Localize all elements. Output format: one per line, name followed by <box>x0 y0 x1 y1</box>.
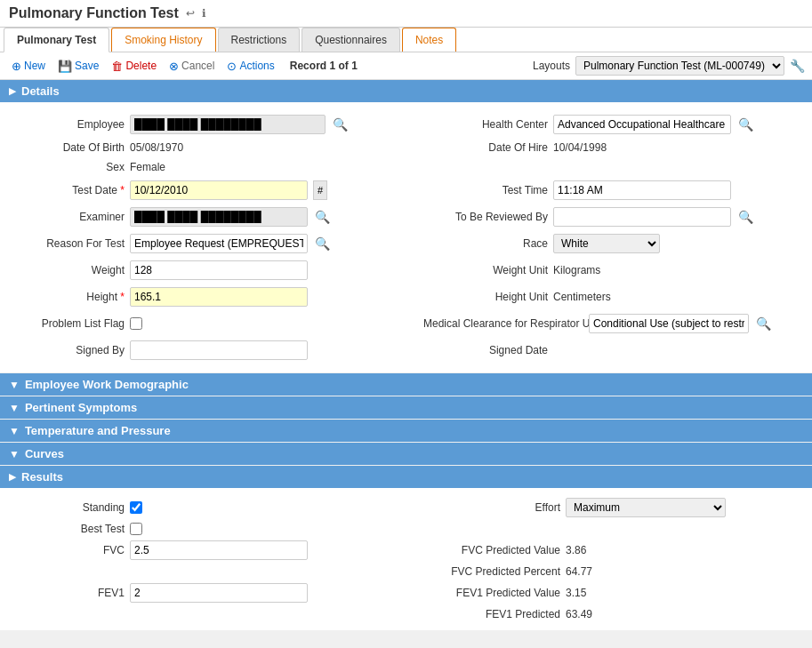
tab-smoking[interactable]: Smoking History <box>111 28 215 52</box>
demographics-chevron-icon: ▼ <box>9 379 20 391</box>
health-center-input[interactable] <box>553 115 731 134</box>
weight-input[interactable] <box>130 260 308 280</box>
actions-button[interactable]: ⊙ Actions <box>222 58 278 75</box>
signed-by-label: Signed By <box>9 344 125 356</box>
test-time-right: Test Time <box>423 180 803 200</box>
symptoms-title: Pertinent Symptoms <box>25 401 137 414</box>
temperature-chevron-icon: ▼ <box>9 425 20 437</box>
calendar-icon[interactable]: # <box>313 180 327 200</box>
fev1-label: FEV1 <box>9 587 125 599</box>
fvc-input[interactable] <box>130 540 308 560</box>
examiner-input[interactable] <box>130 207 308 227</box>
employee-input[interactable] <box>130 115 326 134</box>
toolbar: ⊕ New 💾 Save 🗑 Delete ⊗ Cancel ⊙ Actions… <box>0 52 812 80</box>
test-date-left: Test Date # <box>9 180 418 200</box>
signed-row: Signed By Signed Date <box>0 337 812 364</box>
height-input[interactable] <box>130 287 308 307</box>
page-title: Pulmonary Function Test <box>9 5 179 21</box>
reviewed-right: To Be Reviewed By 🔍 <box>423 207 803 227</box>
tab-restrictions[interactable]: Restrictions <box>218 28 301 52</box>
standing-row: Standing Effort Maximum <box>0 495 812 520</box>
tabs-bar: Pulmonary Test Smoking History Restricti… <box>0 28 812 52</box>
actions-icon: ⊙ <box>227 60 237 73</box>
height-unit-label: Height Unit <box>423 291 548 303</box>
signed-by-input[interactable] <box>130 340 308 360</box>
height-left: Height <box>9 287 418 307</box>
sex-row: Sex Female <box>0 157 812 177</box>
reviewed-search-icon[interactable]: 🔍 <box>736 210 755 224</box>
medical-clearance-input[interactable] <box>589 314 749 333</box>
demographics-section[interactable]: ▼ Employee Work Demographic <box>0 373 812 396</box>
reason-input[interactable] <box>130 234 308 253</box>
curves-chevron-icon: ▼ <box>9 448 20 460</box>
health-center-search-icon[interactable]: 🔍 <box>736 117 755 132</box>
dob-label: Date Of Birth <box>9 141 125 154</box>
employee-row: Employee 🔍 Health Center 🔍 <box>0 111 812 138</box>
symptoms-section[interactable]: ▼ Pertinent Symptoms <box>0 396 812 419</box>
examiner-search-icon[interactable]: 🔍 <box>313 210 332 224</box>
weight-unit-label: Weight Unit <box>423 264 548 276</box>
layouts-dropdown[interactable]: Pulmonary Function Test (ML-000749) <box>575 56 784 76</box>
test-date-input[interactable] <box>130 180 308 200</box>
problem-flag-label: Problem List Flag <box>9 317 125 330</box>
signed-date-right: Signed Date <box>423 344 803 356</box>
cancel-button[interactable]: ⊗ Cancel <box>165 58 219 75</box>
test-date-label: Test Date <box>9 184 125 196</box>
hire-value: 10/04/1998 <box>553 141 607 154</box>
save-button[interactable]: 💾 Save <box>53 58 103 75</box>
results-content: Standing Effort Maximum Best Test FVC <box>0 488 812 630</box>
problem-flag-row: Problem List Flag Medical Clearance for … <box>0 310 812 337</box>
results-header[interactable]: ▶ Results <box>0 466 812 488</box>
standing-checkbox[interactable] <box>130 501 142 514</box>
fev1-pct-label: FEV1 Predicted <box>418 608 560 620</box>
details-header[interactable]: ▶ Details <box>0 80 812 102</box>
temperature-section[interactable]: ▼ Temperature and Pressure <box>0 420 812 442</box>
race-label: Race <box>423 237 548 250</box>
reviewed-by-input[interactable] <box>553 207 731 227</box>
effort-right: Effort Maximum <box>418 498 803 517</box>
medical-clearance-search-icon[interactable]: 🔍 <box>754 316 773 331</box>
reason-search-icon[interactable]: 🔍 <box>313 236 332 251</box>
fev1-pct-value: 63.49 <box>566 608 592 620</box>
fvc-label: FVC <box>9 544 125 556</box>
best-test-left: Best Test <box>9 523 418 535</box>
effort-dropdown[interactable]: Maximum <box>566 498 726 517</box>
tab-notes[interactable]: Notes <box>402 28 456 52</box>
problem-flag-checkbox[interactable] <box>130 317 142 330</box>
page-header: Pulmonary Function Test ↩ ℹ <box>0 0 812 28</box>
link-icon[interactable]: ↩ <box>186 7 195 20</box>
curves-title: Curves <box>25 447 64 460</box>
height-unit-value: Centimeters <box>553 291 611 303</box>
best-test-checkbox[interactable] <box>130 523 142 535</box>
race-dropdown[interactable]: White <box>553 234 660 253</box>
new-icon: ⊕ <box>12 60 21 73</box>
examiner-row: Examiner 🔍 To Be Reviewed By 🔍 <box>0 204 812 230</box>
effort-label: Effort <box>418 501 560 514</box>
fev1-input[interactable] <box>130 583 308 603</box>
reason-left: Reason For Test 🔍 <box>9 234 418 253</box>
record-info: Record 1 of 1 <box>290 60 358 72</box>
layouts-section: Layouts Pulmonary Function Test (ML-0007… <box>533 56 805 76</box>
health-center-right: Health Center 🔍 <box>423 115 803 134</box>
test-time-input[interactable] <box>553 180 731 200</box>
employee-label: Employee <box>9 118 125 131</box>
layouts-settings-icon[interactable]: 🔧 <box>790 59 805 73</box>
fvc-row: FVC FVC Predicted Value 3.86 <box>0 538 812 563</box>
temperature-title: Temperature and Pressure <box>25 424 171 437</box>
best-test-label: Best Test <box>9 523 125 535</box>
details-content: Employee 🔍 Health Center 🔍 Date Of Birth… <box>0 102 812 372</box>
delete-button[interactable]: 🗑 Delete <box>107 58 161 75</box>
fvc-predicted-label: FVC Predicted Value <box>418 544 560 556</box>
sex-left: Sex Female <box>9 161 418 173</box>
fev1-predicted-right: FEV1 Predicted Value 3.15 <box>418 587 803 599</box>
cancel-icon: ⊗ <box>169 60 179 73</box>
employee-search-icon[interactable]: 🔍 <box>331 117 350 132</box>
signed-by-left: Signed By <box>9 340 418 360</box>
info-icon[interactable]: ℹ <box>202 7 206 20</box>
fvc-pct-label: FVC Predicted Percent <box>418 565 560 578</box>
tab-pulmonary[interactable]: Pulmonary Test <box>4 28 109 52</box>
fvc-pct-right: FVC Predicted Percent 64.77 <box>418 565 803 578</box>
tab-questionnaires[interactable]: Questionnaires <box>301 28 400 52</box>
curves-section[interactable]: ▼ Curves <box>0 443 812 465</box>
new-button[interactable]: ⊕ New <box>7 58 50 75</box>
